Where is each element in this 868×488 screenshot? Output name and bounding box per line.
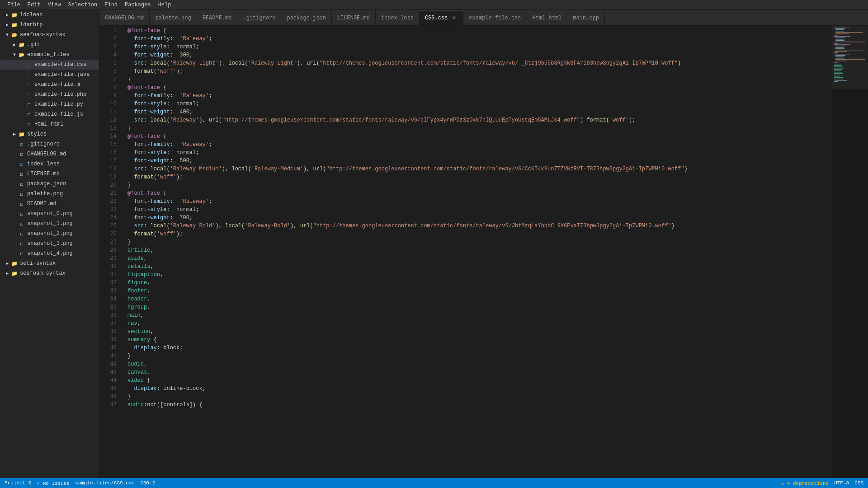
tab-css[interactable]: CSS.css × xyxy=(420,10,463,26)
sidebar-item-seafoam-syntax[interactable]: ▼ 📂 seafoam-syntax xyxy=(0,30,99,40)
editor-area: CHANGELOG.md palette.png README.md .giti… xyxy=(99,10,868,478)
code-editor[interactable]: @font-face { font-family: 'Raleway'; fon… xyxy=(122,26,832,478)
sidebar-item-example-file-php[interactable]: ▶ ◻ example-file.php xyxy=(0,89,99,99)
folder-icon-styles: 📁 xyxy=(18,131,25,138)
sidebar-item-package-json[interactable]: ▶ ◻ package.json xyxy=(0,179,99,189)
minimap[interactable] xyxy=(832,26,868,478)
sidebar-item-ldclean[interactable]: ▶ 📁 ldclean xyxy=(0,10,99,20)
line-number-14: 14 xyxy=(99,132,117,141)
status-lang[interactable]: CSS xyxy=(854,480,863,486)
sidebar-item-seti-syntax[interactable]: ▶ 📁 seti-syntax xyxy=(0,258,99,268)
tree-arrow-seafoam2: ▶ xyxy=(4,270,11,277)
tab-example-css[interactable]: example-file.css xyxy=(463,10,527,26)
code-line-11: font-weight: 400; xyxy=(122,108,832,116)
sidebar-item-snapshot0[interactable]: ▶ ◻ snapshot_0.png xyxy=(0,209,99,219)
line-number-29: 29 xyxy=(99,254,117,263)
menu-item-packages[interactable]: Packages xyxy=(121,0,155,10)
code-line-42: audio, xyxy=(122,360,832,368)
line-number-36: 36 xyxy=(99,311,117,319)
code-line-47: audio:not([controls]) { xyxy=(122,401,832,409)
file-icon-changelog: ◻ xyxy=(18,150,25,158)
minimap-svg xyxy=(832,26,868,369)
code-line-31: figcaption, xyxy=(122,271,832,279)
sidebar-item-example-file-m[interactable]: ▶ ◻ example-file.m xyxy=(0,80,99,89)
code-line-19: format('woff'); xyxy=(122,173,832,181)
tab-gitignore[interactable]: .gitignore xyxy=(237,10,281,26)
tab-palette[interactable]: palette.png xyxy=(150,10,197,26)
code-line-45: display: inline-block; xyxy=(122,385,832,393)
folder-open-icon-seafoam: 📂 xyxy=(11,31,18,38)
status-cursor: 230:2 xyxy=(140,480,155,486)
sidebar-item-exmaple-file-js[interactable]: ▶ ◻ exmaple-file.js xyxy=(0,109,99,119)
sidebar-item-snapshot2[interactable]: ▶ ◻ snapshot_2.png xyxy=(0,229,99,239)
sidebar-item-snapshot1[interactable]: ▶ ◻ snapshot_1.png xyxy=(0,219,99,229)
tab-label-license: LICENSE.md xyxy=(337,15,370,21)
code-line-28: article, xyxy=(122,246,832,254)
code-line-40: display: block; xyxy=(122,344,832,352)
sidebar-item-html-html[interactable]: ▶ ◻ Html.html xyxy=(0,119,99,129)
status-issues[interactable]: ✓ No Issues xyxy=(37,480,70,486)
menu-item-find[interactable]: Find xyxy=(101,0,121,10)
menu-item-file[interactable]: File xyxy=(4,0,24,10)
sidebar-item-ldarhtp[interactable]: ▶ 📁 ldarhtp xyxy=(0,20,99,30)
sidebar-item-snapshot4[interactable]: ▶ ◻ snapshot_4.png xyxy=(0,249,99,258)
line-number-15: 15 xyxy=(99,141,117,149)
menu-item-view[interactable]: View xyxy=(44,0,65,10)
code-line-38: section, xyxy=(122,328,832,336)
sidebar-item-example-file-py[interactable]: ▶ ◻ example-file.py xyxy=(0,99,99,109)
sidebar-item-index-less[interactable]: ▶ ◻ index.less xyxy=(0,159,99,169)
sidebar-item-styles[interactable]: ▶ 📁 styles xyxy=(0,129,99,139)
line-number-5: 5 xyxy=(99,59,117,67)
tab-close-css[interactable]: × xyxy=(450,14,458,22)
file-icon-snapshot2: ◻ xyxy=(18,230,25,237)
sidebar-label-example-file-css: example-file.css xyxy=(34,61,86,68)
tab-readme[interactable]: README.md xyxy=(197,10,238,26)
code-line-26: format('woff'); xyxy=(122,230,832,238)
sidebar-item-license[interactable]: ▶ ◻ LICENSE.md xyxy=(0,169,99,179)
sidebar-item-changelog[interactable]: ▶ ◻ CHANGELOG.md xyxy=(0,149,99,159)
sidebar-item-example-file-css[interactable]: ▶ ◻ example-file.css xyxy=(0,60,99,70)
file-icon-css: ◻ xyxy=(25,61,33,68)
file-icon-snapshot3: ◻ xyxy=(18,240,25,247)
tab-html[interactable]: Html.html xyxy=(527,10,568,26)
tab-index-less[interactable]: index.less xyxy=(376,10,420,26)
file-icon-java: ◻ xyxy=(25,71,33,78)
folder-icon-ldclean: 📁 xyxy=(11,11,18,19)
sidebar-item-git[interactable]: ▶ 📁 .git xyxy=(0,40,99,50)
sidebar-label-ldarhtp: ldarhtp xyxy=(20,22,42,28)
menu-item-help[interactable]: Help xyxy=(155,0,175,10)
status-warnings[interactable]: ⚠ 4 deprecations xyxy=(781,480,829,486)
menu-item-selection[interactable]: Selection xyxy=(64,0,101,10)
sidebar-item-seafoam-syntax2[interactable]: ▶ 📁 seafoam-syntax xyxy=(0,268,99,278)
line-number-4: 4 xyxy=(99,51,117,59)
tab-license[interactable]: LICENSE.md xyxy=(332,10,376,26)
tab-package-json[interactable]: package.json xyxy=(281,10,331,26)
sidebar-item-example-file-java[interactable]: ▶ ◻ example-file.java xyxy=(0,70,99,80)
file-icon-snapshot4: ◻ xyxy=(18,250,25,257)
file-icon-package-json: ◻ xyxy=(18,180,25,188)
sidebar-item-gitignore[interactable]: ▶ ◻ .gitignore xyxy=(0,139,99,149)
sidebar-item-palette-png[interactable]: ▶ ◻ palette.png xyxy=(0,189,99,199)
tab-label-index-less: index.less xyxy=(381,15,414,21)
sidebar-label-example-file-php: example-file.php xyxy=(34,91,86,98)
menu-item-edit[interactable]: Edit xyxy=(24,0,44,10)
tab-main-cpp[interactable]: main.cpp xyxy=(567,10,605,26)
line-number-20: 20 xyxy=(99,181,117,189)
line-number-46: 46 xyxy=(99,393,117,401)
line-number-16: 16 xyxy=(99,149,117,157)
folder-icon-ldarhtp: 📁 xyxy=(11,21,18,28)
code-line-21: @font-face { xyxy=(122,189,832,197)
sidebar-item-snapshot3[interactable]: ▶ ◻ snapshot_3.png xyxy=(0,239,99,249)
file-icon-html: ◻ xyxy=(25,121,33,128)
status-project[interactable]: Project 0 xyxy=(5,480,31,486)
file-icon-readme: ◻ xyxy=(18,200,25,207)
line-number-18: 18 xyxy=(99,165,117,173)
code-line-25: src: local('Raleway Bold'), local('Ralew… xyxy=(122,222,832,230)
tab-changelog[interactable]: CHANGELOG.md xyxy=(99,10,150,26)
status-encoding[interactable]: UTF-8 xyxy=(834,480,849,486)
line-number-13: 13 xyxy=(99,124,117,132)
line-number-2: 2 xyxy=(99,35,117,43)
sidebar-item-readme[interactable]: ▶ ◻ README.md xyxy=(0,199,99,209)
sidebar-item-example-files[interactable]: ▼ 📂 example_files xyxy=(0,50,99,60)
line-number-7: 7 xyxy=(99,75,117,84)
